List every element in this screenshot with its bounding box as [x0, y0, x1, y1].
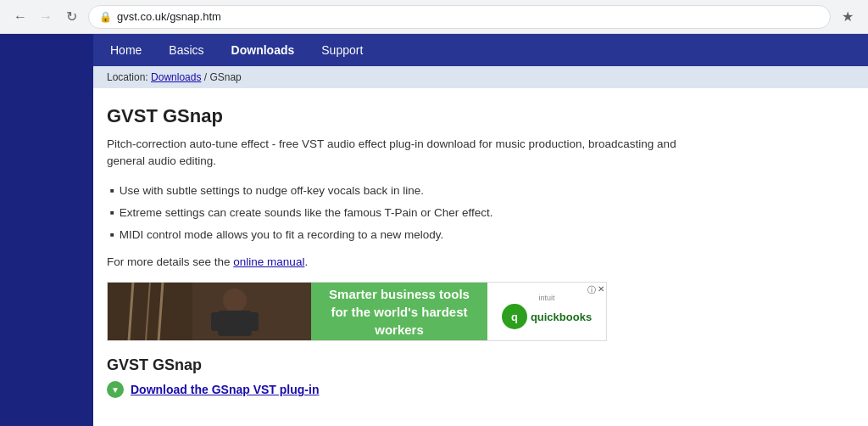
- breadcrumb-current: GSnap: [209, 71, 241, 83]
- page-layout: Home Basics Downloads Support Location: …: [0, 34, 868, 426]
- bookmark-button[interactable]: ★: [837, 7, 858, 27]
- list-item: Use with subtle settings to nudge off-ke…: [110, 182, 843, 199]
- list-item: Extreme settings can create sounds like …: [110, 205, 843, 221]
- feature-list: Use with subtle settings to nudge off-ke…: [107, 182, 843, 244]
- manual-prefix: For more details see the: [107, 255, 233, 268]
- breadcrumb-bar: Location: Downloads / GSnap: [93, 66, 868, 88]
- left-sidebar: [0, 34, 93, 426]
- page-title: GVST GSnap: [107, 105, 843, 127]
- download-icon: [107, 381, 124, 398]
- nav-support[interactable]: Support: [318, 38, 366, 62]
- lock-icon: 🔒: [99, 11, 112, 23]
- breadcrumb-downloads-link[interactable]: Downloads: [151, 71, 201, 83]
- back-button[interactable]: ←: [10, 7, 31, 27]
- nav-downloads[interactable]: Downloads: [228, 38, 298, 62]
- download-section-title: GVST GSnap: [107, 356, 843, 374]
- nav-home[interactable]: Home: [107, 38, 145, 62]
- qb-logo: q quickbooks: [502, 304, 592, 329]
- manual-period: .: [304, 255, 308, 268]
- url-text: gvst.co.uk/gsnap.htm: [117, 10, 221, 23]
- intuit-label: intuit: [538, 294, 554, 302]
- list-item: MIDI control mode allows you to fit a re…: [110, 227, 843, 244]
- page-description: Pitch-correction auto-tune effect - free…: [107, 136, 717, 171]
- manual-line: For more details see the online manual.: [107, 255, 843, 268]
- download-link-row: Download the GSnap VST plug-in: [107, 381, 843, 398]
- ad-banner: Smarter business tools for the world's h…: [107, 282, 607, 341]
- ad-quickbooks: ⓘ✕ intuit q quickbooks: [487, 283, 606, 340]
- breadcrumb-prefix: Location:: [107, 71, 151, 83]
- main-area: Home Basics Downloads Support Location: …: [93, 34, 868, 426]
- content-area: GVST GSnap Pitch-correction auto-tune ef…: [93, 88, 868, 426]
- nav-bar: Home Basics Downloads Support: [93, 34, 868, 66]
- svg-rect-7: [211, 312, 223, 331]
- address-bar[interactable]: 🔒 gvst.co.uk/gsnap.htm: [88, 5, 831, 29]
- qb-brand-text: quickbooks: [531, 311, 592, 323]
- reload-button[interactable]: ↻: [61, 7, 81, 27]
- forward-button[interactable]: →: [36, 7, 56, 27]
- ad-info-close[interactable]: ⓘ✕: [587, 284, 604, 296]
- browser-chrome: ← → ↻ 🔒 gvst.co.uk/gsnap.htm ★: [0, 0, 868, 34]
- ad-green-text: Smarter business tools for the world's h…: [321, 285, 477, 339]
- svg-point-5: [223, 289, 247, 312]
- qb-circle-icon: q: [502, 304, 527, 329]
- ad-photo: [108, 283, 311, 340]
- ad-green-section: Smarter business tools for the world's h…: [311, 283, 487, 340]
- online-manual-link[interactable]: online manual: [233, 255, 304, 268]
- download-gsnap-link[interactable]: Download the GSnap VST plug-in: [131, 383, 319, 396]
- nav-basics[interactable]: Basics: [165, 38, 207, 62]
- svg-rect-8: [247, 312, 259, 331]
- nav-buttons: ← → ↻: [10, 7, 81, 27]
